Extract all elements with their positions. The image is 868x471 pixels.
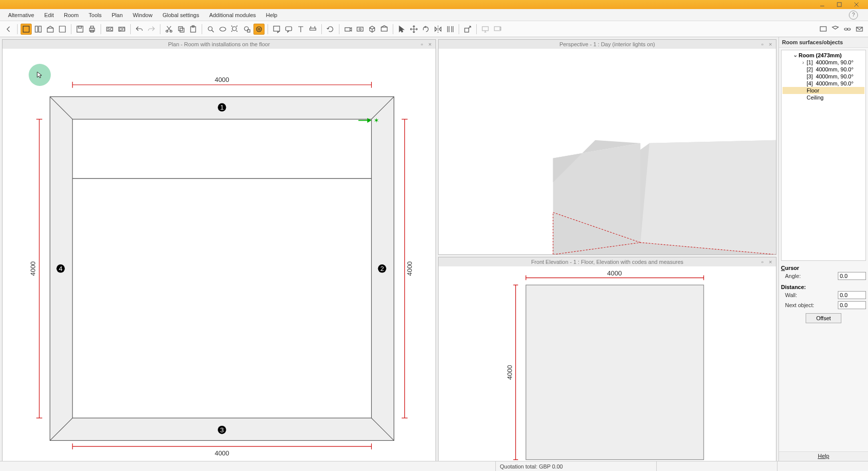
- wall-label: Wall:: [781, 292, 835, 298]
- print-icon[interactable]: [86, 24, 98, 35]
- svg-rect-7: [47, 28, 53, 32]
- refresh-icon[interactable]: [325, 24, 336, 35]
- offset-button[interactable]: Offset: [806, 313, 841, 323]
- window-minimize-icon[interactable]: [814, 1, 831, 8]
- panel-maximize-icon[interactable]: ▫: [759, 258, 766, 265]
- link-icon[interactable]: [842, 24, 853, 35]
- svg-rect-57: [72, 119, 371, 418]
- perspective-title: Perspective - 1 : Day (interior lights o…: [559, 41, 655, 47]
- panel-close-icon[interactable]: ×: [767, 258, 774, 265]
- tree-room-node[interactable]: ⌄ Room (2473mm): [783, 51, 864, 59]
- undo-icon[interactable]: [134, 24, 145, 35]
- layers-icon[interactable]: [379, 24, 390, 35]
- comment-icon[interactable]: [283, 24, 294, 35]
- menu-additional-modules[interactable]: Additional modules: [204, 11, 261, 20]
- sc-icon[interactable]: sc: [104, 24, 115, 35]
- svg-marker-74: [640, 140, 776, 255]
- angle-input[interactable]: [838, 272, 866, 280]
- elevation-canvas[interactable]: 4000 4000: [439, 266, 776, 471]
- menu-help[interactable]: Help: [261, 11, 283, 20]
- chevron-down-icon[interactable]: ⌄: [792, 52, 799, 58]
- svg-text:2: 2: [380, 265, 384, 272]
- view-corner-icon[interactable]: [57, 24, 68, 35]
- zoom-extents-icon[interactable]: [229, 24, 240, 35]
- window-close-icon[interactable]: [848, 1, 865, 8]
- dimension-icon[interactable]: [307, 24, 318, 35]
- plan-view-title: Plan - Room with installations on the fl…: [168, 41, 270, 47]
- pointer-icon[interactable]: [396, 24, 407, 35]
- menu-bar: Alternative Edit Room Tools Plan Window …: [0, 9, 868, 21]
- rotate-icon[interactable]: [420, 24, 431, 35]
- tree-floor[interactable]: Floor: [783, 87, 864, 94]
- zoom-selection-icon[interactable]: [241, 24, 252, 35]
- view-elevation-icon[interactable]: [45, 24, 56, 35]
- save-icon[interactable]: [74, 24, 85, 35]
- email-icon[interactable]: [830, 24, 841, 35]
- menu-global-settings[interactable]: Global settings: [157, 11, 204, 20]
- move-icon[interactable]: [408, 24, 419, 35]
- room-tree[interactable]: ⌄ Room (2473mm) › [1] 4000mm, 90.0° [2] …: [781, 50, 866, 261]
- paste-icon[interactable]: [188, 24, 199, 35]
- menu-window[interactable]: Window: [128, 11, 157, 20]
- box3d-icon[interactable]: [367, 24, 378, 35]
- camera-icon[interactable]: [342, 24, 354, 35]
- tree-wall-4[interactable]: [4] 4000mm, 90.0°: [783, 80, 864, 87]
- render-icon[interactable]: [355, 24, 366, 35]
- monitor-icon[interactable]: [480, 24, 491, 35]
- menu-room[interactable]: Room: [59, 11, 83, 20]
- export-icon[interactable]: [462, 24, 473, 35]
- next-object-input[interactable]: [838, 301, 866, 309]
- tree-wall-2[interactable]: [2] 4000mm, 90.0°: [783, 66, 864, 73]
- plan-view-panel: Plan - Room with installations on the fl…: [2, 39, 436, 471]
- menu-alternative[interactable]: Alternative: [3, 11, 39, 20]
- svg-rect-38: [482, 27, 488, 31]
- back-icon[interactable]: [3, 24, 14, 35]
- envelope-icon[interactable]: [854, 24, 865, 35]
- menu-plan[interactable]: Plan: [107, 11, 128, 20]
- panel-maximize-icon[interactable]: ▫: [418, 41, 425, 48]
- perspective-canvas[interactable]: [439, 49, 776, 254]
- tree-ceiling[interactable]: Ceiling: [783, 94, 864, 101]
- svg-rect-31: [286, 27, 292, 31]
- mirror-icon[interactable]: [432, 24, 444, 35]
- redo-icon[interactable]: [146, 24, 157, 35]
- screen-icon[interactable]: [818, 24, 829, 35]
- dim-right: 4000: [406, 261, 413, 276]
- elevation-panel: Front Elevation - 1 : Floor, Elevation w…: [438, 257, 776, 471]
- svg-point-29: [258, 28, 260, 30]
- view-list-icon[interactable]: [33, 24, 44, 35]
- wall-input[interactable]: [838, 291, 866, 299]
- align-icon[interactable]: [445, 24, 456, 35]
- zoom-window-icon[interactable]: [217, 24, 228, 35]
- svg-text:4000: 4000: [607, 269, 622, 277]
- svg-rect-1: [837, 3, 841, 7]
- note-icon[interactable]: [271, 24, 282, 35]
- zoom-realtime-icon[interactable]: [253, 24, 265, 35]
- cursor-heading: Cursor: [781, 265, 866, 271]
- chevron-right-icon[interactable]: ›: [800, 59, 807, 65]
- view-plan-icon[interactable]: [21, 24, 32, 35]
- panel-close-icon[interactable]: ×: [426, 41, 433, 48]
- monitor2-icon[interactable]: [492, 24, 503, 35]
- panel-close-icon[interactable]: ×: [767, 41, 774, 48]
- svg-rect-19: [179, 27, 183, 31]
- zoom-icon[interactable]: [205, 24, 216, 35]
- cursor-highlight-icon: [29, 64, 51, 86]
- svg-rect-36: [381, 27, 387, 31]
- tree-wall-1[interactable]: › [1] 4000mm, 90.0°: [783, 59, 864, 66]
- svg-point-42: [847, 28, 850, 30]
- window-maximize-icon[interactable]: [831, 1, 848, 8]
- menu-edit[interactable]: Edit: [39, 11, 59, 20]
- copy-icon[interactable]: [176, 24, 187, 35]
- help-circle-icon[interactable]: ?: [849, 11, 858, 20]
- svg-text:3: 3: [220, 426, 224, 434]
- tree-wall-3[interactable]: [3] 4000mm, 90.0°: [783, 73, 864, 80]
- plan-view-header: Plan - Room with installations on the fl…: [3, 40, 436, 49]
- panel-maximize-icon[interactable]: ▫: [759, 41, 766, 48]
- plan-view-canvas[interactable]: 4000 4000 4000 4000: [3, 49, 436, 470]
- help-link[interactable]: Help: [779, 451, 868, 461]
- pn-icon[interactable]: pn: [116, 24, 127, 35]
- menu-tools[interactable]: Tools: [83, 11, 107, 20]
- cut-icon[interactable]: [163, 24, 175, 35]
- text-icon[interactable]: [295, 24, 306, 35]
